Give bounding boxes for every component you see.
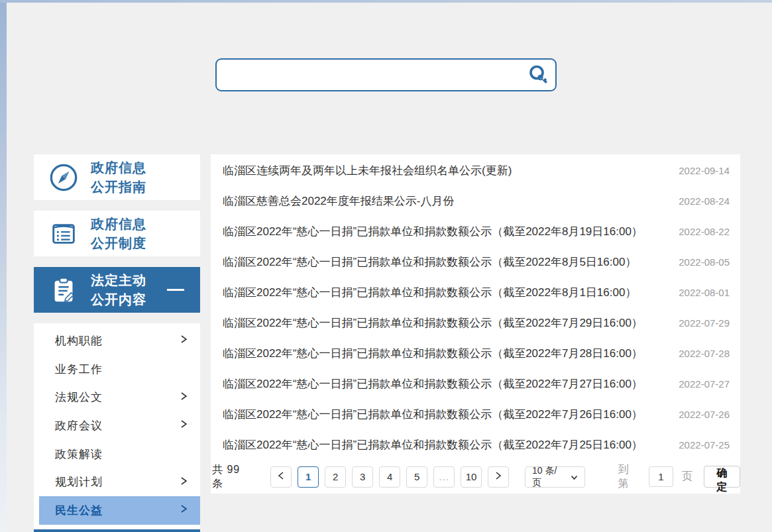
news-date: 2022-09-14 <box>679 165 730 176</box>
news-list: 临淄区连续两年及两年以上未年报社会组织名单公示(更新) 2022-09-14 临… <box>211 154 740 460</box>
sidebar-item-statutory-disclosure[interactable]: 法定主动 公开内容 <box>34 267 200 313</box>
pagination: 共 99 条 1 2 3 4 5 ... 10 10 条/页 到第 页 确定 <box>211 460 740 494</box>
list-item[interactable]: 临淄区2022年“慈心一日捐”已捐款单位和捐款数额公示（截至2022年7月28日… <box>211 338 740 368</box>
news-date: 2022-08-22 <box>679 226 730 237</box>
list-item[interactable]: 临淄区2022年“慈心一日捐”已捐款单位和捐款数额公示（截至2022年7月25日… <box>211 429 740 460</box>
page-button-3[interactable]: 3 <box>352 466 373 488</box>
list-item[interactable]: 临淄区2022年“慈心一日捐”已捐款单位和捐款数额公示（截至2022年8月19日… <box>211 216 740 246</box>
chevron-right-icon <box>180 476 188 489</box>
next-page-button[interactable] <box>488 466 509 488</box>
sidebar-card-line: 公开制度 <box>91 234 146 253</box>
news-date: 2022-07-29 <box>679 317 730 329</box>
news-title[interactable]: 临淄区2022年“慈心一日捐”已捐款单位和捐款数额公示（截至2022年7月28日… <box>223 346 665 361</box>
sidebar-item-livelihood-welfare[interactable]: 民生公益 <box>39 496 200 525</box>
sidebar-bottom-accent <box>34 529 200 532</box>
sidebar-submenu: 机构职能 业务工作 法规公文 政府会议 政策解读 规划计划 民生 <box>34 323 200 532</box>
news-date: 2022-08-05 <box>679 256 730 268</box>
page-button-4[interactable]: 4 <box>379 466 400 488</box>
chevron-right-icon <box>180 504 188 517</box>
submenu-label: 规划计划 <box>55 474 180 490</box>
list-item[interactable]: 临淄区2022年“慈心一日捐”已捐款单位和捐款数额公示（截至2022年8月5日1… <box>211 246 740 277</box>
sidebar-item-agency-functions[interactable]: 机构职能 <box>34 327 200 355</box>
chevron-right-icon <box>180 334 188 347</box>
news-title[interactable]: 临淄区2022年“慈心一日捐”已捐款单位和捐款数额公示（截至2022年8月19日… <box>223 224 665 239</box>
submenu-label: 业务工作 <box>55 362 188 377</box>
goto-page-input[interactable] <box>649 466 673 487</box>
news-date: 2022-07-28 <box>679 348 730 359</box>
news-title[interactable]: 临淄区2022年“慈心一日捐”已捐款单位和捐款数额公示（截至2022年8月1日1… <box>223 285 665 300</box>
sidebar-item-regulations[interactable]: 法规公文 <box>34 383 200 411</box>
list-item[interactable]: 临淄区2022年“慈心一日捐”已捐款单位和捐款数额公示（截至2022年7月27日… <box>211 368 740 399</box>
sidebar-item-gov-meetings[interactable]: 政府会议 <box>34 411 200 440</box>
news-title[interactable]: 临淄区连续两年及两年以上未年报社会组织名单公示(更新) <box>223 163 665 178</box>
total-count: 共 99 条 <box>212 463 254 491</box>
sidebar-item-gov-info-system[interactable]: 政府信息 公开制度 <box>34 211 200 256</box>
news-title[interactable]: 临淄区2022年“慈心一日捐”已捐款单位和捐款数额公示（截至2022年7月29日… <box>223 315 665 331</box>
sidebar: 政府信息 公开指南 政府信息 公开制度 <box>34 154 200 532</box>
search-key-icon <box>527 64 549 86</box>
news-title[interactable]: 临淄区2022年“慈心一日捐”已捐款单位和捐款数额公示（截至2022年7月25日… <box>223 437 665 452</box>
goto-page-group: 到第 页 确定 <box>618 463 740 491</box>
submenu-label: 政策解读 <box>55 447 188 462</box>
news-panel: 临淄区连续两年及两年以上未年报社会组织名单公示(更新) 2022-09-14 临… <box>211 154 740 494</box>
left-edge-gradient <box>0 0 7 532</box>
list-item[interactable]: 临淄区慈善总会2022年度年报结果公示-八月份 2022-08-24 <box>211 186 740 216</box>
submenu-label: 法规公文 <box>55 390 180 405</box>
sidebar-card-line: 法定主动 <box>91 271 146 290</box>
search-button[interactable] <box>521 60 555 90</box>
news-title[interactable]: 临淄区2022年“慈心一日捐”已捐款单位和捐款数额公示（截至2022年7月26日… <box>223 407 665 422</box>
news-date: 2022-07-27 <box>679 378 730 390</box>
page-button-2[interactable]: 2 <box>325 466 346 488</box>
page-button-10[interactable]: 10 <box>461 466 482 488</box>
compass-icon <box>47 161 80 194</box>
chevron-left-icon <box>277 471 285 482</box>
list-item[interactable]: 临淄区2022年“慈心一日捐”已捐款单位和捐款数额公示（截至2022年7月29日… <box>211 307 740 338</box>
news-title[interactable]: 临淄区慈善总会2022年度年报结果公示-八月份 <box>223 193 665 209</box>
goto-suffix-label: 页 <box>682 470 693 484</box>
sidebar-item-business-work[interactable]: 业务工作 <box>34 355 200 384</box>
page-ellipsis-button[interactable]: ... <box>433 466 455 488</box>
page-size-value: 10 条/页 <box>532 465 566 489</box>
search-box <box>215 58 557 91</box>
chevron-down-icon <box>571 472 578 482</box>
search-input[interactable] <box>217 60 521 90</box>
news-date: 2022-08-24 <box>679 195 730 207</box>
top-edge-gradient <box>0 0 772 3</box>
list-item[interactable]: 临淄区2022年“慈心一日捐”已捐款单位和捐款数额公示（截至2022年7月26日… <box>211 399 740 429</box>
list-item[interactable]: 临淄区连续两年及两年以上未年报社会组织名单公示(更新) 2022-09-14 <box>211 155 740 186</box>
document-list-icon <box>47 217 80 250</box>
news-date: 2022-08-01 <box>679 287 730 298</box>
sidebar-card-line: 政府信息 <box>91 158 146 178</box>
sidebar-card-line: 政府信息 <box>91 215 146 234</box>
page-button-5[interactable]: 5 <box>406 466 427 488</box>
submenu-label: 政府会议 <box>55 418 180 433</box>
page-button-1[interactable]: 1 <box>298 466 319 488</box>
goto-prefix-label: 到第 <box>618 463 640 491</box>
prev-page-button[interactable] <box>270 466 292 488</box>
sidebar-card-line: 公开指南 <box>91 178 146 197</box>
sidebar-item-gov-info-guide[interactable]: 政府信息 公开指南 <box>34 154 200 200</box>
confirm-button[interactable]: 确定 <box>704 466 740 488</box>
sidebar-item-planning[interactable]: 规划计划 <box>34 468 200 496</box>
submenu-label: 民生公益 <box>55 503 180 518</box>
sidebar-card-line: 公开内容 <box>91 290 146 309</box>
sidebar-item-policy-interpretation[interactable]: 政策解读 <box>34 440 200 468</box>
submenu-label: 机构职能 <box>55 333 180 348</box>
news-title[interactable]: 临淄区2022年“慈心一日捐”已捐款单位和捐款数额公示（截至2022年8月5日1… <box>223 254 665 270</box>
page-size-select[interactable]: 10 条/页 <box>525 466 585 488</box>
chevron-right-icon <box>180 391 188 404</box>
news-date: 2022-07-25 <box>679 439 730 451</box>
clipboard-pencil-icon <box>47 274 80 307</box>
collapse-minus-icon[interactable] <box>167 289 184 291</box>
news-title[interactable]: 临淄区2022年“慈心一日捐”已捐款单位和捐款数额公示（截至2022年7月27日… <box>223 376 665 392</box>
list-item[interactable]: 临淄区2022年“慈心一日捐”已捐款单位和捐款数额公示（截至2022年8月1日1… <box>211 277 740 307</box>
chevron-right-icon <box>180 419 188 432</box>
news-date: 2022-07-26 <box>679 409 730 420</box>
chevron-right-icon <box>494 471 502 482</box>
